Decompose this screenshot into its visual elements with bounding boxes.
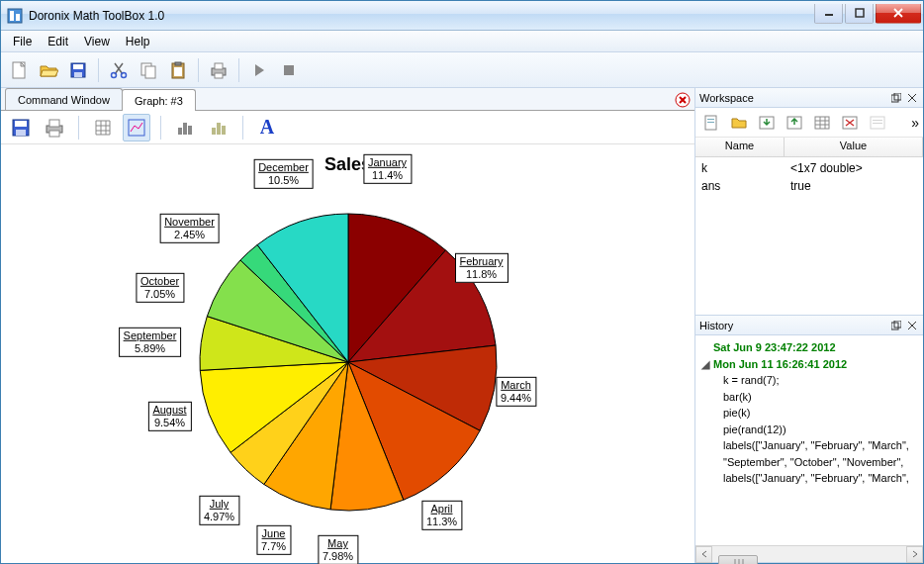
svg-rect-25	[49, 120, 59, 127]
history-command[interactable]: "September", "October", "November",	[701, 454, 917, 471]
history-command[interactable]: pie(rand(12))	[701, 422, 917, 438]
slice-label: September5.89%	[119, 328, 182, 357]
svg-rect-38	[707, 122, 714, 123]
print-button[interactable]	[205, 56, 232, 84]
run-button[interactable]	[245, 56, 273, 84]
grid-button[interactable]	[89, 114, 117, 141]
ws-new-icon[interactable]	[699, 111, 723, 135]
graph-toolbar: A	[1, 111, 694, 144]
menu-edit[interactable]: Edit	[40, 31, 76, 51]
undock-icon[interactable]	[889, 91, 903, 105]
undock-icon[interactable]	[889, 319, 903, 332]
svg-rect-32	[217, 123, 221, 135]
workspace-rows: k<1x7 double>anstrue	[695, 157, 923, 197]
column-value[interactable]: Value	[785, 138, 923, 156]
axes-button[interactable]	[123, 114, 150, 141]
svg-rect-30	[188, 126, 192, 135]
bars2-button[interactable]	[205, 114, 232, 141]
ws-overflow-icon[interactable]: »	[911, 115, 919, 131]
workspace-row[interactable]: anstrue	[695, 177, 923, 195]
save-button[interactable]	[64, 56, 92, 84]
pie-chart	[190, 204, 507, 520]
ws-export-icon[interactable]	[783, 111, 806, 135]
separator	[198, 58, 199, 82]
svg-rect-3	[825, 14, 833, 16]
menubar: File Edit View Help	[1, 31, 923, 52]
workspace-table-header[interactable]: Name Value	[695, 138, 923, 157]
svg-rect-33	[222, 126, 226, 135]
history-command[interactable]: labels(["January", "February", "March",	[701, 470, 917, 487]
history-scrollbar[interactable]	[695, 545, 923, 562]
slice-label: March9.44%	[496, 377, 536, 407]
window-title: Doronix Math ToolBox 1.0	[29, 9, 814, 23]
history-session[interactable]: Sat Jun 9 23:47:22 2012	[701, 339, 917, 356]
scroll-right-icon[interactable]	[906, 546, 923, 563]
main-toolbar	[1, 52, 923, 88]
menu-view[interactable]: View	[76, 31, 118, 51]
workspace-title: Workspace	[699, 92, 887, 104]
ws-open-icon[interactable]	[727, 111, 751, 135]
minimize-button[interactable]	[814, 4, 843, 24]
titlebar[interactable]: Doronix Math ToolBox 1.0	[1, 1, 923, 31]
stop-button[interactable]	[275, 56, 303, 84]
main-pane: Command Window Graph: #3 A Sales	[1, 88, 695, 563]
tab-command-window[interactable]: Command Window	[5, 88, 123, 110]
history-command[interactable]: labels(["January", "February", "March",	[701, 437, 917, 454]
new-button[interactable]	[5, 56, 33, 84]
ws-props-icon[interactable]	[866, 111, 889, 135]
close-panel-icon[interactable]	[905, 91, 919, 105]
workspace-header[interactable]: Workspace	[695, 88, 923, 108]
bars-button[interactable]	[171, 114, 199, 141]
workspace-panel: Workspace » Name Val	[695, 88, 923, 316]
close-button[interactable]	[876, 4, 921, 24]
var-name: ans	[701, 179, 790, 193]
svg-rect-7	[73, 64, 83, 69]
content-area: Command Window Graph: #3 A Sales	[1, 88, 923, 563]
svg-rect-14	[175, 62, 181, 65]
chart-title: Sales	[1, 154, 694, 175]
history-command[interactable]: k = rand(7);	[701, 372, 917, 389]
graph-save-button[interactable]	[7, 114, 35, 141]
workspace-table: Name Value k<1x7 double>anstrue	[695, 138, 923, 197]
copy-button[interactable]	[135, 56, 162, 84]
graph-print-button[interactable]	[41, 114, 68, 141]
scroll-thumb[interactable]	[718, 555, 758, 564]
slice-label: July4.97%	[199, 496, 239, 525]
history-header[interactable]: History	[695, 316, 923, 335]
history-body[interactable]: Sat Jun 9 23:47:22 2012◢Mon Jun 11 16:26…	[695, 335, 923, 545]
text-button[interactable]: A	[253, 114, 281, 141]
separator	[78, 116, 79, 140]
ws-delete-icon[interactable]	[838, 111, 862, 135]
svg-rect-22	[15, 121, 27, 127]
maximize-button[interactable]	[845, 4, 874, 24]
svg-rect-18	[215, 73, 223, 78]
slice-label: June7.7%	[256, 525, 291, 555]
history-command[interactable]: bar(k)	[701, 389, 917, 406]
ws-import-icon[interactable]	[755, 111, 779, 135]
svg-rect-4	[856, 9, 864, 17]
svg-rect-41	[815, 117, 829, 129]
menu-file[interactable]: File	[5, 31, 40, 51]
open-button[interactable]	[35, 56, 62, 84]
history-session[interactable]: ◢Mon Jun 11 16:26:41 2012	[701, 356, 917, 373]
var-value: true	[790, 179, 811, 193]
tab-graph[interactable]: Graph: #3	[122, 89, 196, 111]
workspace-toolbar: »	[695, 108, 923, 138]
menu-help[interactable]: Help	[118, 31, 158, 51]
column-name[interactable]: Name	[695, 138, 785, 156]
scroll-left-icon[interactable]	[695, 546, 712, 563]
workspace-row[interactable]: k<1x7 double>	[695, 159, 923, 177]
tree-toggle-icon[interactable]: ◢	[701, 356, 711, 373]
cut-button[interactable]	[105, 56, 133, 84]
svg-rect-28	[178, 128, 182, 135]
history-command[interactable]: pie(k)	[701, 405, 917, 422]
paste-button[interactable]	[164, 56, 192, 84]
history-title: History	[699, 320, 887, 331]
ws-table-icon[interactable]	[810, 111, 834, 135]
close-panel-icon[interactable]	[905, 319, 919, 332]
close-tab-icon[interactable]	[675, 92, 691, 108]
app-window: Doronix Math ToolBox 1.0 File Edit View …	[0, 0, 924, 564]
slice-label: December10.5%	[253, 159, 314, 189]
slice-label: January11.4%	[363, 154, 412, 184]
separator	[98, 58, 99, 82]
